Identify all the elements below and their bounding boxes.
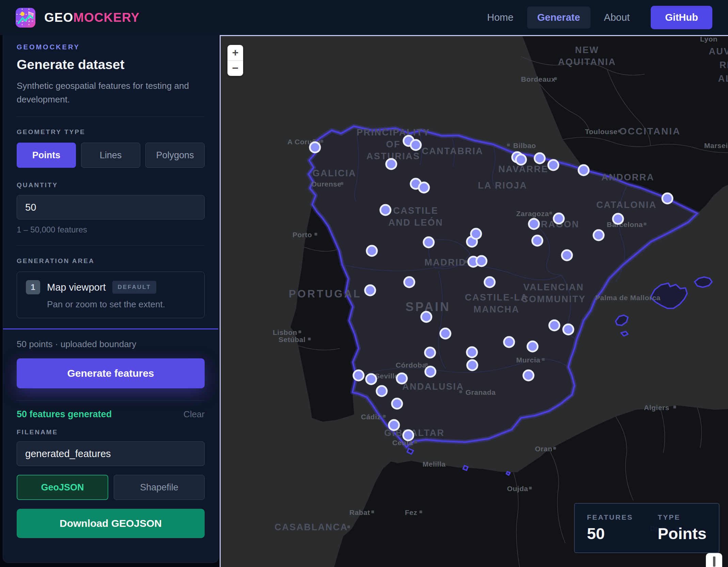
geometry-points-button[interactable]: Points (17, 143, 76, 168)
map-zoom-control: + − (227, 45, 243, 76)
divider (17, 401, 205, 401)
format-geojson-button[interactable]: GeoJSON (17, 475, 108, 500)
github-button[interactable]: GitHub (651, 6, 712, 29)
map-label: CASTILE-LA (465, 292, 528, 303)
map-label: Lisbon (273, 328, 297, 336)
clear-button[interactable]: Clear (184, 409, 205, 420)
map-label: Setúbal (279, 336, 305, 343)
generated-point (403, 430, 413, 440)
map-label: Bilbao (513, 142, 536, 149)
geometry-type-label: GEOMETRY TYPE (17, 128, 205, 136)
map-label: LA RIOJA (478, 180, 527, 191)
generated-point (532, 236, 542, 246)
quantity-hint: 1 – 50,000 features (17, 225, 205, 234)
type-stat-label: TYPE (658, 513, 707, 521)
result-message: 50 features generated (17, 409, 112, 420)
generated-point (527, 341, 538, 352)
generated-point (386, 159, 396, 169)
zoom-out-button[interactable]: − (227, 61, 243, 76)
generated-point (554, 213, 564, 224)
map-label: OCCITANIA (619, 126, 681, 136)
map-label-dot (414, 441, 417, 443)
map-label-dot (644, 223, 646, 225)
map-label: AND LEÓN (389, 217, 443, 228)
map-label: Lyon (700, 36, 717, 43)
generated-point (425, 347, 435, 358)
generated-point (397, 373, 407, 384)
divider (17, 116, 205, 117)
map-render: GALICIAPRINCIPALITYOFASTURIASCANTABRIANA… (221, 36, 728, 567)
map-canvas[interactable]: GALICIAPRINCIPALITYOFASTURIASCANTABRIANA… (220, 35, 728, 567)
map-label: ANDORRA (601, 172, 654, 182)
map-attribution-button[interactable] (706, 553, 722, 567)
map-label-dot (425, 363, 428, 366)
map-label: Zaragoza (516, 210, 549, 217)
generation-summary: 50 points · uploaded boundary (17, 339, 205, 350)
map-label: AUVERGNE (709, 46, 728, 56)
generated-point (424, 237, 434, 247)
nav-item-generate[interactable]: Generate (527, 6, 590, 29)
nav-links: Home Generate About GitHub (477, 6, 712, 29)
map-label-dot (554, 77, 557, 80)
brand: GEOMOCKERY (16, 8, 140, 28)
generated-point (579, 165, 589, 175)
feature-stats-overlay: FEATURES 50 TYPE Points (574, 503, 719, 553)
page-subtitle: Synthetic geospatial features for testin… (17, 79, 205, 106)
map-label-dot (673, 406, 676, 408)
generated-point (613, 214, 623, 224)
generated-point (419, 182, 429, 193)
generated-point (411, 140, 421, 150)
map-label: ALPES (718, 74, 728, 84)
map-label: VALENCIAN (523, 282, 584, 292)
generated-point (425, 367, 436, 377)
map-label: Granada (465, 388, 496, 396)
generate-features-button[interactable]: Generate features (17, 358, 205, 388)
quantity-label: QUANTITY (17, 181, 205, 189)
generated-point (377, 386, 387, 396)
nav-item-about[interactable]: About (594, 6, 640, 29)
generation-area-card[interactable]: 1 Map viewport DEFAULT Pan or zoom to se… (17, 272, 205, 318)
map-label: Algiers (644, 404, 669, 411)
default-badge: DEFAULT (112, 281, 156, 294)
map-label: RHÔNE (719, 60, 728, 70)
zoom-in-button[interactable]: + (227, 45, 243, 60)
map-label-dot (549, 212, 552, 214)
app-title: GEOMOCKERY (44, 11, 140, 25)
page-title: Generate dataset (17, 57, 205, 72)
generated-point (485, 277, 495, 287)
generated-point (467, 347, 477, 357)
accent-divider (3, 328, 218, 329)
generated-point (562, 250, 572, 260)
map-label: Murcia (516, 356, 540, 364)
map-label: Porto (292, 231, 312, 239)
generated-point (310, 142, 320, 152)
geometry-polygons-button[interactable]: Polygons (145, 143, 205, 168)
map-label: GALICIA (313, 168, 357, 178)
map-label: Córdoba (396, 361, 426, 369)
geometry-type-group: Points Lines Polygons (17, 143, 205, 168)
step-badge: 1 (26, 280, 40, 294)
geometry-lines-button[interactable]: Lines (81, 143, 140, 168)
map-label: CASABLANCA (274, 522, 348, 532)
map-label: Bordeaux (521, 75, 555, 83)
generated-point (535, 153, 545, 163)
filename-input[interactable]: generated_features (17, 441, 205, 466)
island-boundary (506, 472, 510, 475)
map-label: Ourense (311, 180, 342, 188)
map-label: Marseille (704, 142, 728, 149)
generated-point (548, 160, 558, 170)
map-label: CANTABRIA (422, 146, 484, 156)
generated-point (549, 320, 559, 330)
map-label: Oujda (507, 485, 528, 492)
island-boundary (463, 466, 468, 470)
quantity-input[interactable]: 50 (17, 195, 205, 220)
format-shapefile-button[interactable]: Shapefile (114, 475, 205, 500)
generated-point (367, 246, 377, 256)
map-label: Toulouse (585, 128, 618, 135)
generated-point (529, 219, 539, 229)
generated-point (421, 312, 431, 322)
map-label: OF (386, 139, 401, 149)
download-geojson-button[interactable]: Download GEOJSON (17, 509, 205, 538)
map-label: ANDALUSIA (402, 382, 464, 392)
nav-item-home[interactable]: Home (477, 6, 523, 29)
